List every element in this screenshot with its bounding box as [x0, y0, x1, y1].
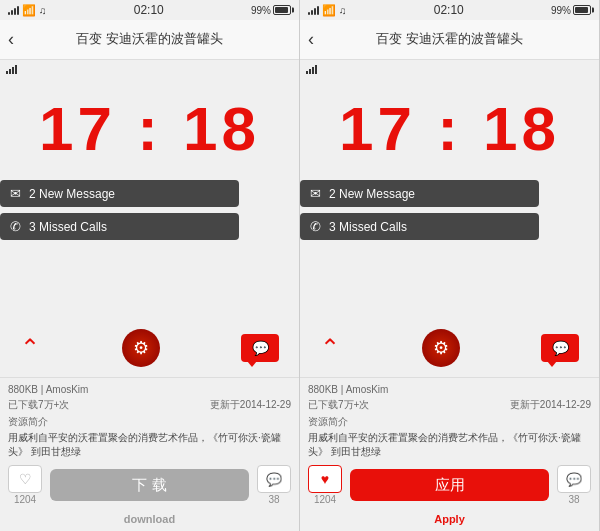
chat-button-right[interactable]: 💬	[541, 334, 579, 362]
app-downloads-right: 已下载7万+次	[308, 398, 369, 412]
message-icon-left: ✉	[10, 186, 21, 201]
new-message-notif-left: ✉ 2 New Message	[0, 180, 239, 207]
clock-time-right: 17 : 18	[300, 98, 599, 160]
wifi-icon-right: 📶	[322, 4, 336, 17]
missed-calls-text-right: 3 Missed Calls	[329, 220, 407, 234]
comment-button-left[interactable]: 💬 38	[257, 465, 291, 505]
gear-button-right[interactable]: ⚙	[422, 329, 460, 367]
app-signal-left	[6, 65, 17, 74]
status-bar-left: 📶 ♫ 02:10 99%	[0, 0, 299, 20]
app-store-info-left: 880KB | AmosKim 已下载7万+次 更新于2014-12-29 资源…	[0, 377, 299, 531]
status-time-right: 02:10	[434, 3, 464, 17]
chevron-up-right[interactable]: ⌃	[320, 334, 340, 362]
missed-calls-text-left: 3 Missed Calls	[29, 220, 107, 234]
clock-right: 17 : 18	[300, 98, 599, 160]
app-desc-title-right: 资源简介	[308, 415, 591, 429]
status-bar-right: 📶 ♫ 02:10 99%	[300, 0, 599, 20]
nav-title-right: 百变 安迪沃霍的波普罐头	[376, 31, 523, 48]
comment-button-right[interactable]: 💬 38	[557, 465, 591, 505]
missed-calls-notif-right: ✆ 3 Missed Calls	[300, 213, 539, 240]
comment-count-left: 38	[268, 494, 279, 505]
btn-label-area-left: download	[8, 509, 291, 527]
heart-icon-right: ♥	[308, 465, 342, 493]
app-inner-status-right	[300, 60, 599, 78]
message-text-right: 2 New Message	[329, 187, 415, 201]
app-store-info-right: 880KB | AmosKim 已下载7万+次 更新于2014-12-29 资源…	[300, 377, 599, 531]
app-size-left: 880KB | AmosKim	[8, 384, 88, 395]
app-meta-row-left: 880KB | AmosKim	[8, 384, 291, 395]
app-actions-left: ♡ 1204 下 载 💬 38	[8, 465, 291, 509]
battery-percent-right: 99%	[551, 5, 571, 16]
app-size-right: 880KB | AmosKim	[308, 384, 388, 395]
nav-bar-right: ‹ 百变 安迪沃霍的波普罐头	[300, 20, 599, 60]
download-label-below-left: download	[124, 513, 175, 525]
app-desc-title-left: 资源简介	[8, 415, 291, 429]
gear-button-left[interactable]: ⚙	[122, 329, 160, 367]
status-time-left: 02:10	[134, 3, 164, 17]
like-button-left[interactable]: ♡ 1204	[8, 465, 42, 505]
app-updated-left: 更新于2014-12-29	[210, 398, 291, 412]
signal-icon	[8, 5, 19, 15]
right-panel: 📶 ♫ 02:10 99% ‹ 百变 安迪沃霍的波普罐头 17 : 18	[300, 0, 600, 531]
phone-icon-left: ✆	[10, 219, 21, 234]
nav-title-left: 百变 安迪沃霍的波普罐头	[76, 31, 223, 48]
missed-calls-notif-left: ✆ 3 Missed Calls	[0, 213, 239, 240]
notifications-left: ✉ 2 New Message ✆ 3 Missed Calls	[0, 180, 239, 240]
comment-icon-right: 💬	[557, 465, 591, 493]
app-desc-left: 用威利自平安的沃霍置聚会的消费艺术作品，《竹可你沃·瓷罐头》 到田甘想绿	[8, 431, 291, 459]
clock-time-left: 17 : 18	[0, 98, 299, 160]
signal-icon-right	[308, 5, 319, 15]
back-button-right[interactable]: ‹	[308, 29, 314, 50]
comment-count-right: 38	[568, 494, 579, 505]
nav-bar-left: ‹ 百变 安迪沃霍的波普罐头	[0, 20, 299, 60]
app-signal-right	[306, 65, 317, 74]
app-updated-right: 更新于2014-12-29	[510, 398, 591, 412]
music-icon: ♫	[39, 5, 47, 16]
battery-icon-right	[573, 5, 591, 15]
notifications-right: ✉ 2 New Message ✆ 3 Missed Calls	[300, 180, 539, 240]
message-text-left: 2 New Message	[29, 187, 115, 201]
chevron-up-left[interactable]: ⌃	[20, 334, 40, 362]
like-button-right[interactable]: ♥ 1204	[308, 465, 342, 505]
download-button-left[interactable]: 下 载	[50, 469, 249, 501]
app-meta-row-right: 880KB | AmosKim	[308, 384, 591, 395]
back-button-left[interactable]: ‹	[8, 29, 14, 50]
bottom-controls-left: ⌃ ⚙ 💬	[0, 329, 299, 367]
apply-label-below-right: Apply	[434, 513, 465, 525]
like-count-left: 1204	[14, 494, 36, 505]
apply-button-right[interactable]: 应用	[350, 469, 549, 501]
heart-icon-left: ♡	[8, 465, 42, 493]
app-screen-left: 17 : 18 ✉ 2 New Message ✆ 3 Missed Calls…	[0, 60, 299, 377]
battery-percent-left: 99%	[251, 5, 271, 16]
left-panel: 📶 ♫ 02:10 99% ‹ 百变 安迪沃霍的波普罐头	[0, 0, 300, 531]
battery-icon-left	[273, 5, 291, 15]
app-actions-right: ♥ 1204 应用 💬 38	[308, 465, 591, 509]
app-downloads-row-right: 已下载7万+次 更新于2014-12-29	[308, 398, 591, 412]
music-icon-right: ♫	[339, 5, 347, 16]
message-icon-right: ✉	[310, 186, 321, 201]
btn-label-area-right: Apply	[308, 509, 591, 527]
comment-icon-left: 💬	[257, 465, 291, 493]
phone-icon-right: ✆	[310, 219, 321, 234]
app-downloads-row-left: 已下载7万+次 更新于2014-12-29	[8, 398, 291, 412]
app-downloads-left: 已下载7万+次	[8, 398, 69, 412]
like-count-right: 1204	[314, 494, 336, 505]
new-message-notif-right: ✉ 2 New Message	[300, 180, 539, 207]
chat-button-left[interactable]: 💬	[241, 334, 279, 362]
clock-left: 17 : 18	[0, 98, 299, 160]
app-screen-right: 17 : 18 ✉ 2 New Message ✆ 3 Missed Calls…	[300, 60, 599, 377]
bottom-controls-right: ⌃ ⚙ 💬	[300, 329, 599, 367]
wifi-icon: 📶	[22, 4, 36, 17]
app-inner-status-left	[0, 60, 299, 78]
app-desc-right: 用威利自平安的沃霍置聚会的消费艺术作品，《竹可你沃·瓷罐头》 到田甘想绿	[308, 431, 591, 459]
